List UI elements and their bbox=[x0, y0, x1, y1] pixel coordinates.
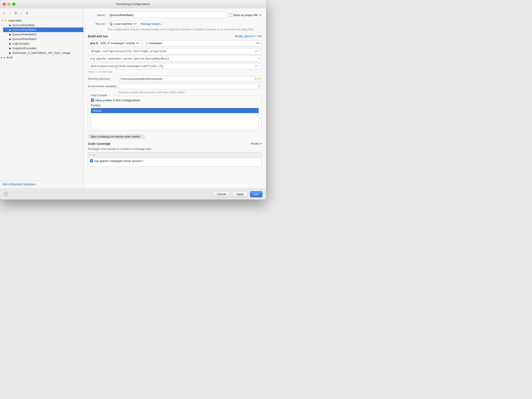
allow-profiles-row: Allow profiles in Run Configurations bbox=[91, 99, 259, 102]
config-item-quorumpeermain3[interactable]: ▶ QuorumPeerMain3 bbox=[3, 37, 83, 41]
field-action-icons: ⊞ bbox=[258, 57, 260, 60]
field-action-icons: ⊞ ⤢ bbox=[255, 50, 260, 52]
item-label: QuorumPeerMain1 bbox=[12, 28, 37, 31]
program-args-text: /Users/quyixiao/github/zookeeper/conf/zo… bbox=[90, 65, 254, 68]
cp-field[interactable]: -cp zookeeper ⬆⬇ bbox=[143, 40, 262, 46]
run-icon: ▶ bbox=[9, 51, 11, 55]
name-input[interactable] bbox=[108, 12, 226, 18]
local-machine-label: Local machine bbox=[114, 22, 132, 25]
bottom-buttons: Cancel Apply OK bbox=[213, 191, 262, 197]
maximize-button[interactable] bbox=[12, 3, 15, 6]
junit-group-label: JUnit bbox=[6, 56, 13, 59]
edit-templates-link[interactable]: Edit configuration templates... bbox=[3, 183, 37, 186]
window-controls bbox=[3, 3, 15, 6]
build-run-section-header: Build and run Modify options ▾ ⌥M bbox=[88, 35, 262, 38]
coverage-item-checkbox[interactable] bbox=[90, 159, 93, 162]
titlebar: Run/Debug Configurations bbox=[0, 0, 266, 8]
sdk-label: java 8 bbox=[90, 42, 98, 45]
run-icon: ▶ bbox=[9, 33, 11, 36]
run-on-label: Run on: bbox=[88, 22, 108, 25]
window: Run/Debug Configurations + − ⧉ ↑ ⇅ ▼ 📁 A… bbox=[0, 0, 266, 200]
run-icon: ▶ bbox=[9, 37, 11, 41]
profile-default[interactable]: default bbox=[91, 108, 259, 113]
profiles-section: Profiles: default bbox=[91, 104, 259, 130]
sort-button[interactable]: ⇅ bbox=[25, 11, 29, 16]
run-on-row: Run on: 🏠 Local machine ⬆⬇ Manage target… bbox=[88, 21, 262, 27]
config-item-quorumpeermain[interactable]: ▶ QuorumPeerMain bbox=[3, 23, 83, 27]
application-items: ▶ QuorumPeerMain ▶ QuorumPeerMain1 ▶ Quo… bbox=[0, 23, 83, 55]
coverage-toolbar: − + bbox=[88, 152, 262, 158]
vm-options-text: -Dlog4j.configuration=file:conf/log4j.pr… bbox=[90, 50, 254, 53]
expand-icon[interactable]: ⊞ bbox=[255, 50, 257, 52]
modify-coverage-link[interactable]: Modify ▾ bbox=[251, 142, 262, 145]
coverage-list: org.apache.zookeeper.server.quorum.* bbox=[88, 158, 262, 167]
vm-options-field[interactable]: -Dlog4j.configuration=file:conf/log4j.pr… bbox=[88, 48, 262, 54]
gear-icon: ⚙ bbox=[259, 13, 262, 17]
junit-group-header[interactable]: ▶ ◆ JUnit bbox=[0, 55, 83, 60]
modify-options-label: Modify options bbox=[234, 35, 253, 38]
profiles-label: Profiles: bbox=[91, 104, 259, 107]
ok-button[interactable]: OK bbox=[250, 191, 262, 197]
code-coverage-header: Code Coverage Modify ▾ bbox=[88, 142, 262, 145]
remove-coverage-button[interactable]: − bbox=[89, 153, 91, 157]
chevron-down-icon: ▼ bbox=[1, 19, 3, 22]
cp-value-label: zookeeper bbox=[149, 42, 162, 45]
name-row: Name: Store as project file ⚙ bbox=[88, 12, 262, 18]
profiles-list[interactable]: default bbox=[91, 108, 259, 130]
program-args-field[interactable]: /Users/quyixiao/github/zookeeper/conf/zo… bbox=[88, 63, 262, 69]
store-project-label: Store as project file bbox=[233, 13, 258, 17]
packages-label: Packages and classes to include in cover… bbox=[88, 147, 262, 150]
open-tool-window-chip: Open run/debug tool window when started … bbox=[88, 134, 145, 139]
config-item-quorumpeermain2[interactable]: ▶ QuorumPeerMain2 bbox=[3, 32, 83, 37]
run-on-select[interactable]: 🏠 Local machine ⬆⬇ bbox=[108, 21, 138, 27]
modify-label: Modify bbox=[251, 142, 259, 145]
env-vars-input[interactable]: ⊞ bbox=[119, 83, 262, 89]
run-icon: ▶ bbox=[9, 42, 11, 45]
copy-config-button[interactable]: ⧉ bbox=[13, 11, 18, 16]
fullscreen-icon[interactable]: ⤢ bbox=[258, 50, 260, 52]
edit-icon[interactable]: ⊞ bbox=[258, 85, 260, 88]
run-icon: ▶ bbox=[9, 24, 11, 27]
cancel-button[interactable]: Cancel bbox=[213, 191, 230, 197]
expand-icon[interactable]: ⊞ bbox=[255, 65, 257, 68]
close-icon[interactable]: × bbox=[141, 135, 142, 138]
main-class-field[interactable]: org.apache.zookeeper.server.quorum.Quoru… bbox=[88, 56, 262, 62]
folder-open-icon[interactable]: 📂 bbox=[254, 77, 258, 80]
store-project-checkbox[interactable] bbox=[229, 13, 232, 17]
add-coverage-button[interactable]: + bbox=[93, 153, 95, 157]
config-item-zookeeper-sync[interactable]: ▶ ZooKeeper_5_GetChildren_API_Sync_Usage bbox=[3, 50, 83, 55]
close-button[interactable] bbox=[3, 3, 6, 6]
sidebar: + − ⧉ ↑ ⇅ ▼ 📁 Application ▶ QuorumPeerMa… bbox=[0, 8, 83, 188]
item-label: ZooKeeper_5_GetChildren_API_Sync_Usage bbox=[12, 51, 70, 55]
chevron-down-icon: ▾ bbox=[254, 35, 255, 38]
coverage-item: org.apache.zookeeper.server.quorum.* bbox=[90, 159, 260, 162]
config-item-logformatter[interactable]: ▶ LogFormatter bbox=[3, 41, 83, 46]
edit-icon[interactable]: ⊞ bbox=[258, 77, 260, 80]
sdk-select[interactable]: java 8 SDK of 'zookeeper' module ⬆⬇ bbox=[88, 40, 141, 46]
config-item-quorumpeermain1[interactable]: ▶ QuorumPeerMain1 bbox=[3, 27, 83, 32]
move-up-button[interactable]: ↑ bbox=[19, 11, 24, 16]
modify-options-link[interactable]: Modify options ▾ ⌥M bbox=[234, 35, 262, 38]
main-layout: + − ⧉ ↑ ⇅ ▼ 📁 Application ▶ QuorumPeerMa… bbox=[0, 8, 266, 188]
store-project-row: Store as project file ⚙ bbox=[229, 13, 262, 17]
application-group-header[interactable]: ▼ 📁 Application bbox=[0, 18, 83, 23]
config-item-snapshotformatter[interactable]: ▶ SnapshotFormatter bbox=[3, 46, 83, 50]
manage-targets-link[interactable]: Manage targets... bbox=[141, 22, 163, 25]
copy-icon[interactable]: ⊞ bbox=[258, 57, 260, 60]
item-label: QuorumPeerMain3 bbox=[12, 37, 37, 41]
grep-console-group: Grep Console Allow profiles in Run Confi… bbox=[88, 96, 262, 132]
remove-config-button[interactable]: − bbox=[7, 11, 12, 16]
minimize-button[interactable] bbox=[7, 3, 11, 6]
grep-console-title: Grep Console bbox=[90, 94, 108, 97]
sdk-suffix: SDK of 'zookeeper' module bbox=[101, 42, 135, 45]
working-dir-input[interactable]: /Users/quyixiao/github/zookeeper 📂 ⊞ bbox=[119, 76, 262, 82]
env-hint: Separate variables with semicolon: VAR=v… bbox=[119, 91, 262, 94]
allow-profiles-checkbox[interactable] bbox=[91, 99, 94, 102]
help-button[interactable]: ? bbox=[4, 192, 8, 196]
fullscreen-icon[interactable]: ⤢ bbox=[258, 65, 260, 68]
code-coverage-title: Code Coverage bbox=[88, 142, 111, 145]
chevron-arrows-icon: ⬆⬇ bbox=[256, 42, 260, 44]
add-config-button[interactable]: + bbox=[2, 11, 6, 16]
apply-button[interactable]: Apply bbox=[232, 191, 248, 197]
env-vars-icons: ⊞ bbox=[258, 85, 260, 88]
